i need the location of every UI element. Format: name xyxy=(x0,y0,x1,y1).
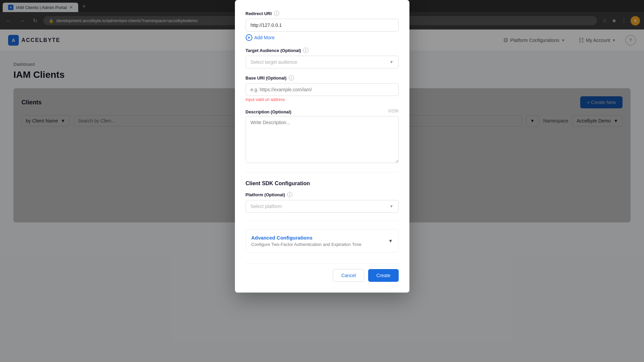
base-uri-error: Input valid url address xyxy=(246,97,399,102)
target-audience-group: Target Audience (Optional) i Select targ… xyxy=(246,48,399,68)
create-button[interactable]: Create xyxy=(368,269,398,282)
advanced-config-section[interactable]: Advanced Configurations Configure Two-Fa… xyxy=(246,229,399,253)
target-audience-select[interactable]: Select target audience ▼ xyxy=(246,56,399,68)
redirect-uri-label-row: Redirect URI i xyxy=(246,11,399,16)
description-group: Description (Optional) 0/256 xyxy=(246,109,399,164)
base-uri-label-row: Base URI (Optional) i xyxy=(246,75,399,81)
base-uri-info-icon: i xyxy=(289,75,294,81)
redirect-uri-input[interactable] xyxy=(246,19,399,32)
redirect-uri-label: Redirect URI xyxy=(246,11,272,16)
description-label: Description (Optional) xyxy=(246,109,292,114)
modal-overlay: Redirect URI i + Add More Target Audienc… xyxy=(0,0,644,362)
divider-1 xyxy=(246,172,399,172)
target-audience-label-row: Target Audience (Optional) i xyxy=(246,48,399,53)
description-label-row: Description (Optional) xyxy=(246,109,292,114)
platform-info-icon: i xyxy=(287,192,292,197)
divider-2 xyxy=(246,221,399,221)
platform-placeholder: Select platform xyxy=(251,204,282,209)
target-audience-label: Target Audience (Optional) xyxy=(246,48,301,53)
sdk-config-title: Client SDK Configuration xyxy=(246,180,399,187)
base-uri-label: Base URI (Optional) xyxy=(246,75,287,81)
modal: Redirect URI i + Add More Target Audienc… xyxy=(235,0,409,293)
add-more-label: Add More xyxy=(254,35,275,40)
cancel-button[interactable]: Cancel xyxy=(333,269,364,282)
target-audience-chevron-icon: ▼ xyxy=(390,60,394,64)
advanced-config-title: Advanced Configurations xyxy=(251,235,362,241)
advanced-config-content: Advanced Configurations Configure Two-Fa… xyxy=(251,235,362,247)
platform-select[interactable]: Select platform ▼ xyxy=(246,200,399,213)
description-textarea[interactable] xyxy=(246,116,399,163)
platform-chevron-icon: ▼ xyxy=(390,204,394,209)
add-more-circle-icon: + xyxy=(246,34,252,41)
advanced-config-desc: Configure Two-Factor Authentication and … xyxy=(251,242,362,247)
platform-label: Platform (Optional) xyxy=(246,192,285,197)
app-container: A ACCELBYTE ⚙ Platform Configurations ▼ … xyxy=(0,30,644,362)
redirect-uri-info-icon: i xyxy=(274,11,279,16)
modal-footer: Cancel Create xyxy=(246,263,399,282)
redirect-uri-group: Redirect URI i + Add More xyxy=(246,11,399,41)
advanced-config-chevron-icon: ▼ xyxy=(388,238,393,244)
target-audience-placeholder: Select target audience xyxy=(251,59,297,65)
platform-label-row: Platform (Optional) i xyxy=(246,192,399,197)
target-audience-info-icon: i xyxy=(303,48,308,53)
add-more-btn[interactable]: + Add More xyxy=(246,34,399,41)
sdk-config-group: Client SDK Configuration Platform (Optio… xyxy=(246,180,399,213)
advanced-config-header: Advanced Configurations Configure Two-Fa… xyxy=(251,235,393,247)
base-uri-group: Base URI (Optional) i Input valid url ad… xyxy=(246,75,399,102)
description-char-count: 0/256 xyxy=(388,109,398,113)
base-uri-input[interactable] xyxy=(246,83,399,96)
